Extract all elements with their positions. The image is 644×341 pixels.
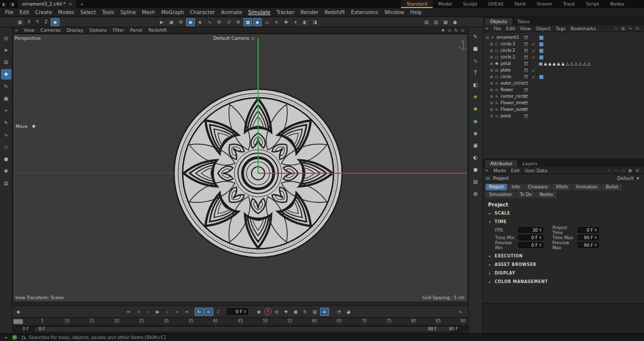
sound-toggle-icon[interactable]: ♪ [214,308,223,316]
section-color-management[interactable]: ▸ COLOR MANAGEMENT [483,278,644,286]
tags-icon[interactable]: ▤ [468,175,482,187]
visibility-dots[interactable] [524,101,528,105]
render-view-icon[interactable]: ▶ [157,18,166,26]
layout-tab-groom[interactable]: Groom [531,0,557,8]
enable-check-icon[interactable]: ✓ [532,68,536,73]
preset-dropdown[interactable]: Default ▾ [617,176,641,181]
value-field[interactable]: 90 F [578,235,599,240]
object-row[interactable]: ⊞ ∿ flower ✓ [483,87,644,93]
expander-icon[interactable]: ⊞ [489,62,494,66]
grid-toggle-icon[interactable]: ▦ [244,18,252,26]
camera-label[interactable]: Default Camera ⊡ [213,36,255,41]
visibility-dots[interactable] [524,62,528,65]
spinner-icon[interactable] [244,310,246,313]
coordinate-system-icon[interactable]: ◉ [51,18,59,26]
expander-icon[interactable]: ⊟ [485,36,490,40]
range-track[interactable] [35,327,451,331]
tab-objects[interactable]: Objects [485,18,512,25]
spinner-icon[interactable] [539,236,541,239]
app-layout-icon[interactable]: ◨ [8,2,16,7]
spinner-icon[interactable] [595,236,597,239]
object-name[interactable]: circle.2 [501,48,515,53]
attr-tab-cineware[interactable]: Cineware [524,184,551,190]
range-start-handle[interactable]: 0 F [39,327,45,331]
menu-mograph[interactable]: MoGraph [158,10,187,15]
menu-window[interactable]: Window [381,10,407,15]
viewport-menu-redshift[interactable]: Redshift [145,28,170,33]
cube-primitive-icon[interactable]: ■ [468,42,482,54]
object-row[interactable]: ⊞ ○ circle ✓ [483,74,644,80]
previous-frame-button[interactable]: ‹ [144,308,153,316]
section-asset-browser[interactable]: ▸ ASSET BROWSER [483,260,644,269]
object-row[interactable]: ⊞ ✱ petal ✓ ▦▲▲▲▲▲△△△△△△ [483,60,644,67]
effector-icon[interactable]: ✱ [468,103,482,115]
search-icon[interactable]: ○ [620,168,626,173]
ruler-tick[interactable]: 90 [460,319,465,323]
play-forwards-button[interactable]: ▶ [153,308,163,316]
menu-redshift[interactable]: Redshift [321,10,348,15]
viewport-canvas[interactable]: Perspective Default Camera ⊡ Move ✚ x y … [13,34,468,302]
loop-playback-icon[interactable]: ↻ [195,308,204,316]
expander-icon[interactable]: ⊞ [489,101,494,105]
objects-menu-bookmarks[interactable]: Bookmarks [568,26,598,31]
object-row[interactable]: ⊞ ∿ Flower_outer ✓ [483,106,644,113]
selection-tag-icons[interactable]: ▦▲▲▲▲▲△△△△△△ [539,61,592,66]
ruler-tick[interactable]: 5 [41,319,43,323]
ruler-tick[interactable]: 70 [362,319,367,323]
menu-edit[interactable]: Edit [17,10,32,15]
record-pla-button[interactable]: ≡ [320,308,329,316]
viewport-menu-cameras[interactable]: Cameras [37,28,63,33]
menu-animate[interactable]: Animate [218,10,245,15]
timeline-ruler[interactable]: 5 10 15 20 25 30 35 40 45 50 55 60 65 70… [13,317,468,325]
record-position-button[interactable]: ✚ [282,308,291,316]
interactive-render-icon[interactable]: ◉ [186,18,195,26]
visibility-dots[interactable] [524,82,528,85]
quantize-icon[interactable]: ✱ [282,18,290,26]
layout-tab-uvedit[interactable]: UVEdit [482,0,509,8]
modeling-axis-icon[interactable]: ◧ [301,18,309,26]
ruler-tick[interactable]: 40 [213,319,218,323]
object-name[interactable]: ornament3 [497,35,519,40]
objects-menu-file[interactable]: File [491,26,504,31]
default-material-icon[interactable]: ● [451,18,459,26]
ruler-tick[interactable]: 65 [337,319,342,323]
tag-icon[interactable] [539,75,543,79]
attr-tab-project[interactable]: Project [486,184,507,190]
workplane-menu-icon[interactable]: ▾ [272,18,281,26]
visibility-dots[interactable] [524,114,528,118]
app-window-icon[interactable]: ◧ [0,2,8,7]
object-name[interactable]: circle.1 [501,55,515,59]
ruler-tick[interactable]: 10 [64,319,69,323]
simulation-sphere-icon[interactable]: ● [468,163,482,175]
object-name[interactable]: plate [501,68,511,73]
menu-render[interactable]: Render [297,10,321,15]
view-label[interactable]: Perspective [15,36,41,41]
render-picture-viewer-icon[interactable]: ▣ [167,18,176,26]
visibility-dots[interactable] [524,36,528,39]
menu-spline[interactable]: Spline [117,10,139,15]
expander-icon[interactable]: ⊞ [489,108,494,112]
expander-icon[interactable]: ⊞ [489,82,494,86]
magnet-tool[interactable]: ✱ [1,166,12,176]
object-name[interactable]: center_circle [501,94,526,99]
new-panel-icon[interactable]: ⊞ [634,168,640,173]
enable-check-icon[interactable]: ✓ [532,48,536,53]
ruler-tick[interactable]: 60 [312,319,317,323]
keyframe-selection-button[interactable]: ◎ [272,308,281,316]
playhead[interactable] [13,319,23,324]
record-keyframe-button[interactable]: ◉ [255,308,264,316]
record-rotation-button[interactable]: ↻ [301,308,310,316]
value-field[interactable]: 0 F [518,235,543,240]
menu-tracker[interactable]: Tracker [273,10,297,15]
ruler-tick[interactable]: 15 [89,319,94,323]
object-name[interactable]: circle.3 [501,42,515,46]
range-start-field[interactable]: 0 F [23,327,29,331]
menu-help[interactable]: Help [407,10,425,15]
field-icon[interactable]: ◉ [468,115,482,127]
pingpong-playback-icon[interactable]: ∞ [204,308,213,316]
object-row[interactable]: ⊟ ⌖ ornament3 ✓ [483,34,644,41]
menu-simulate[interactable]: Simulate [245,10,273,15]
ruler-tick[interactable]: 50 [263,319,268,323]
ruler-tick[interactable]: 35 [188,319,193,323]
visibility-dots[interactable] [524,42,528,46]
